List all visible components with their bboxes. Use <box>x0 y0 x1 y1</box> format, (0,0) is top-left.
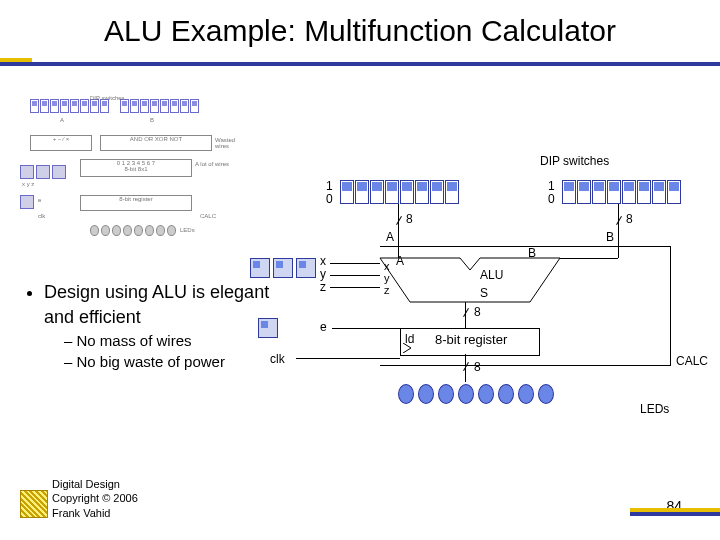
bullet-sub-2: No big waste of power <box>64 351 304 372</box>
footer-line1: Digital Design <box>52 477 138 491</box>
calc-outline <box>380 246 671 366</box>
dip-switches-label: DIP switches <box>540 154 609 168</box>
footer-text: Digital Design Copyright © 2006 Frank Va… <box>52 477 138 520</box>
faded-previous-diagram: DIP switches A B + − ∕ × AND OR XOR NOT … <box>20 95 250 255</box>
label-B-top: B <box>606 230 614 244</box>
label-x: x <box>320 254 326 268</box>
xyz-dip <box>250 258 316 278</box>
bus-width-b: 8 <box>626 212 633 226</box>
alu-diagram: DIP switches 1 0 1 0 8 A 8 B A B <box>310 160 710 420</box>
label-leds: LEDs <box>640 402 669 416</box>
dip-bank-b <box>562 180 681 204</box>
label-e: e <box>320 320 327 334</box>
label-z: z <box>320 280 326 294</box>
slide-title: ALU Example: Multifunction Calculator <box>0 14 720 48</box>
dip-bank-a <box>340 180 459 204</box>
label-y: y <box>320 267 326 281</box>
footer-line3: Frank Vahid <box>52 506 138 520</box>
bus-width-a: 8 <box>406 212 413 226</box>
footer-logo-icon <box>20 490 48 518</box>
slide: ALU Example: Multifunction Calculator DI… <box>0 0 720 540</box>
label-0-b: 0 <box>548 192 555 206</box>
title-underline <box>0 54 720 70</box>
label-A-top: A <box>386 230 394 244</box>
label-clk: clk <box>270 352 285 366</box>
bus-width-out: 8 <box>474 360 481 374</box>
label-1-a: 1 <box>326 179 333 193</box>
bottom-accent-bar <box>630 508 720 520</box>
led-bank <box>398 384 554 404</box>
label-1-b: 1 <box>548 179 555 193</box>
label-0-a: 0 <box>326 192 333 206</box>
e-dip <box>258 318 278 338</box>
footer-line2: Copyright © 2006 <box>52 491 138 505</box>
label-calc: CALC <box>676 354 708 368</box>
